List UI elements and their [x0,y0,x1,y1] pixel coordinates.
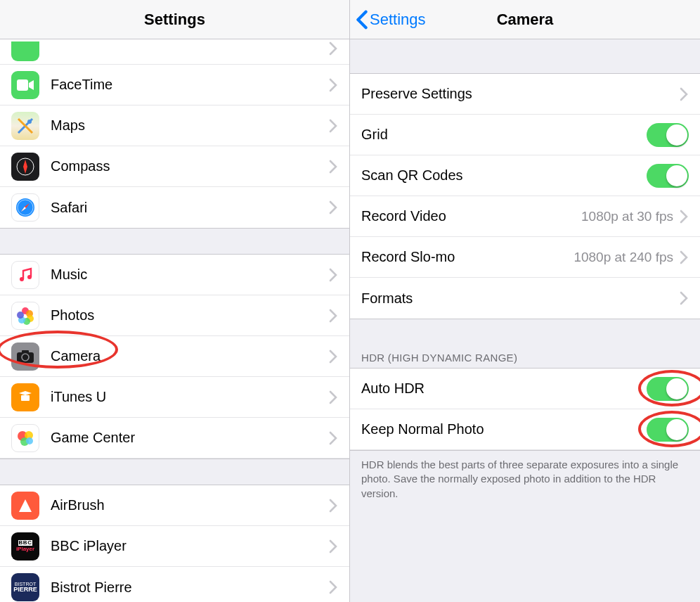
chevron-right-icon [679,250,689,264]
settings-row-camera[interactable]: Camera [0,336,349,377]
row-label: Auto HDR [361,380,647,397]
chevron-right-icon [328,350,338,364]
itunesu-icon [11,383,39,411]
hdr-footer: HDR blends the best parts of three separ… [350,451,700,508]
settings-pane: Settings FaceTime Maps [0,0,350,602]
chevron-right-icon [328,309,338,323]
row-label: Game Center [51,430,328,446]
row-value: 1080p at 240 fps [573,250,673,265]
row-label: Compass [51,158,328,174]
row-label: Bistrot Pierre [51,579,328,596]
section-title-hdr: HDR (HIGH DYNAMIC RANGE) [350,346,700,368]
settings-row-music[interactable]: Music [0,255,349,295]
camera-row-grid: Grid [350,115,700,155]
facetime-icon [11,71,39,99]
camera-row-keepnormal: Keep Normal Photo [350,409,700,450]
svg-point-6 [27,275,32,279]
chevron-right-icon [328,580,338,594]
camera-row-formats[interactable]: Formats [350,278,700,319]
row-label: AirBrush [51,497,328,513]
settings-title: Settings [144,11,205,29]
camera-pane: Settings Camera Preserve Settings Grid S… [350,0,700,602]
camera-row-preserve[interactable]: Preserve Settings [350,74,700,115]
photos-icon [11,302,39,330]
row-label: FaceTime [51,77,328,93]
row-label: Camera [51,348,328,364]
settings-row-itunesu[interactable]: iTunes U [0,377,349,418]
compass-icon [11,153,39,181]
svg-point-5 [20,277,24,281]
chevron-right-icon [328,160,338,174]
svg-point-12 [17,312,24,319]
settings-row-safari[interactable]: Safari [0,187,349,228]
back-label: Settings [370,11,426,29]
safari-icon [11,193,39,222]
settings-row-partial[interactable] [0,39,349,65]
row-label: BBC iPlayer [51,538,328,554]
chevron-right-icon [679,210,689,224]
airbrush-icon [11,492,39,520]
row-label: Grid [361,127,647,143]
chevron-right-icon [328,390,338,404]
app-icon-partial [11,41,39,61]
row-label: Scan QR Codes [361,167,647,184]
camera-row-recslomo[interactable]: Record Slo-mo 1080p at 240 fps [350,237,700,278]
chevron-right-icon [328,41,338,56]
music-icon [11,261,39,289]
autohdr-toggle[interactable] [647,377,689,401]
row-label: Formats [361,290,679,307]
settings-row-bistrot[interactable]: BISTROTPIERRE Bistrot Pierre [0,567,349,602]
chevron-right-icon [328,119,338,133]
camera-title: Camera [497,11,554,29]
chevron-right-icon [328,539,338,553]
camera-row-recvideo[interactable]: Record Video 1080p at 30 fps [350,196,700,237]
row-value: 1080p at 30 fps [581,209,673,224]
bistrot-icon: BISTROTPIERRE [11,573,39,601]
row-label: Preserve Settings [361,86,679,102]
grid-toggle[interactable] [647,123,689,147]
camera-icon [11,342,39,371]
settings-row-maps[interactable]: Maps [0,105,349,146]
camera-navbar: Settings Camera [350,0,700,39]
settings-row-photos[interactable]: Photos [0,295,349,336]
row-label: Music [51,267,328,283]
chevron-right-icon [328,268,338,282]
gamecenter-icon [11,424,39,452]
row-label: Record Slo-mo [361,249,573,265]
camera-row-autohdr: Auto HDR [350,369,700,409]
chevron-right-icon [328,200,338,214]
svg-point-20 [26,437,33,444]
svg-rect-16 [21,395,30,401]
row-label: Safari [51,200,328,216]
chevron-right-icon [679,87,689,101]
chevron-right-icon [328,78,338,92]
maps-icon [11,112,39,140]
bbc-icon: BBC iPlayer [11,532,39,561]
back-button[interactable]: Settings [356,0,426,39]
scanqr-toggle[interactable] [647,164,689,188]
row-label: iTunes U [51,389,328,405]
row-label: Maps [51,117,328,134]
row-label: Photos [51,307,328,324]
settings-row-bbc[interactable]: BBC iPlayer BBC iPlayer [0,526,349,567]
keepnormal-toggle[interactable] [647,418,689,442]
settings-row-facetime[interactable]: FaceTime [0,65,349,105]
settings-row-compass[interactable]: Compass [0,146,349,187]
row-label: Keep Normal Photo [361,421,647,437]
svg-point-1 [27,120,32,124]
chevron-right-icon [328,431,338,445]
camera-row-scanqr: Scan QR Codes [350,155,700,196]
settings-row-airbrush[interactable]: AirBrush [0,485,349,526]
settings-row-gamecenter[interactable]: Game Center [0,418,349,459]
row-label: Record Video [361,208,581,224]
chevron-right-icon [328,499,338,513]
settings-navbar: Settings [0,0,349,39]
chevron-right-icon [679,291,689,305]
svg-rect-0 [17,79,28,91]
